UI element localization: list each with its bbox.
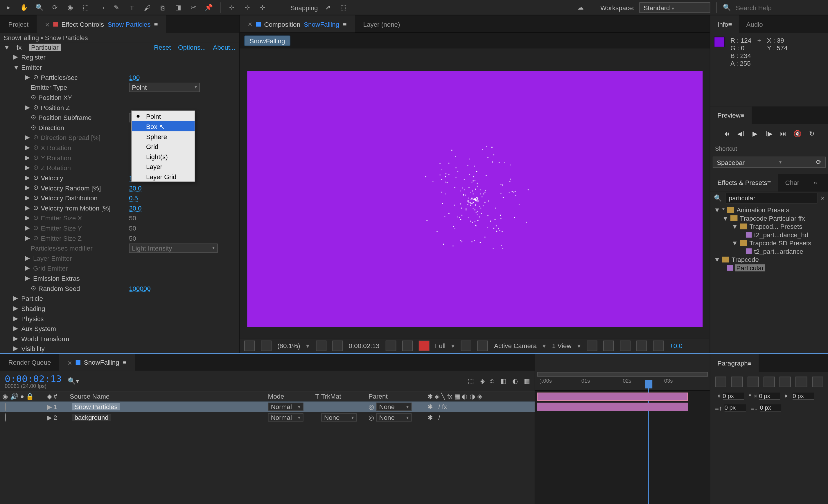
emitter-type-option-grid[interactable]: Grid [132, 141, 195, 152]
tab-paragraph[interactable]: Paragraph ≡ [710, 354, 759, 372]
stopwatch-icon[interactable]: ⊙ [33, 133, 38, 141]
next-frame-icon[interactable]: Ⅰ▶ [763, 128, 775, 140]
tab-preview[interactable]: Preview ≡ [710, 107, 752, 124]
fx-enable-icon[interactable]: fx [16, 44, 22, 51]
col-source-name[interactable]: Source Name [68, 393, 265, 400]
trkmat-dropdown[interactable]: None▾ [321, 413, 357, 422]
panel-menu-icon[interactable]: ≡ [741, 112, 744, 119]
zoom-tool-icon[interactable]: 🔍 [34, 2, 45, 13]
stopwatch-icon[interactable]: ⊙ [33, 144, 38, 151]
tab-composition[interactable]: × Composition SnowFalling ≡ [240, 15, 355, 33]
blend-mode-dropdown[interactable]: Normal▾ [268, 413, 303, 422]
justify-last-right-button[interactable] [796, 377, 807, 388]
panel-menu-icon[interactable]: ≡ [343, 20, 346, 27]
stopwatch-icon[interactable]: ⊙ [31, 114, 36, 121]
timeline-icon[interactable] [620, 341, 631, 351]
play-icon[interactable]: ▶ [749, 128, 761, 140]
visibility-toggle[interactable] [5, 413, 6, 422]
clone-tool-icon[interactable]: ⎘ [157, 2, 168, 13]
frame-blend-icon[interactable]: ◧ [500, 377, 506, 385]
current-time[interactable]: 0:00:02:13 [349, 343, 380, 349]
reset-button[interactable]: Reset [154, 44, 171, 51]
about-button[interactable]: About... [213, 44, 235, 51]
stopwatch-icon[interactable]: ⊙ [33, 103, 38, 111]
tab-project[interactable]: Project [0, 15, 37, 33]
always-preview-icon[interactable] [244, 341, 255, 351]
justify-all-button[interactable] [812, 377, 823, 388]
shortcut-dropdown[interactable]: Spacebar▾ ⟳ [713, 157, 826, 168]
emitter-type-dropdown[interactable]: Point▾ [129, 82, 200, 92]
tab-character[interactable]: Char [778, 174, 806, 192]
effects-search-input[interactable] [726, 193, 817, 204]
align-left-button[interactable] [715, 377, 727, 388]
comp-mini-flowchart-icon[interactable]: ⬚ [468, 377, 474, 385]
brush-tool-icon[interactable]: 🖌 [142, 2, 153, 13]
motion-blur-icon[interactable]: ◐ [512, 377, 518, 385]
mask-icon[interactable] [332, 341, 343, 351]
indent-right-input[interactable] [793, 392, 814, 400]
layer-row-1[interactable]: ▶ 1 Snow Particles Normal▾ ◎ None▾ ✱ / f… [0, 402, 535, 413]
switches-icons[interactable]: ✱ ◈ ╲ fx ▦ ◐ ◑ ◈ [427, 392, 482, 400]
blend-mode-dropdown[interactable]: Normal▾ [268, 403, 303, 411]
emitter-type-option-layer[interactable]: Layer [132, 161, 195, 172]
axis-local-icon[interactable]: ⊹ [226, 2, 237, 13]
tree-item[interactable]: ▼Trapcode SD Presets [710, 239, 828, 247]
camera-tool-icon[interactable]: ◉ [65, 2, 76, 13]
indent-first-input[interactable] [759, 392, 780, 400]
first-frame-icon[interactable]: ⏮ [720, 128, 733, 140]
work-area-bar[interactable] [537, 372, 708, 377]
hide-shy-icon[interactable]: ⎌ [490, 377, 494, 384]
pen-tool-icon[interactable]: ✎ [111, 2, 122, 13]
tab-layer[interactable]: Layer (none) [355, 15, 408, 33]
layer-switches[interactable]: ✱ / fx [427, 403, 447, 410]
emitter-type-option-layergrid[interactable]: Layer Grid [132, 172, 195, 182]
layer-bar-1[interactable] [537, 393, 688, 401]
close-icon[interactable]: × [68, 358, 72, 367]
tab-effect-controls[interactable]: × Effect Controls Snow Particles ≡ [37, 15, 166, 33]
tree-item[interactable]: ▼Trapcode Particular ffx [710, 214, 828, 222]
tab-info[interactable]: Info ≡ [710, 15, 739, 33]
mute-icon[interactable]: 🔇 [792, 128, 803, 140]
stopwatch-icon[interactable]: ⊙ [33, 184, 38, 191]
stopwatch-icon[interactable]: ⊙ [33, 74, 38, 81]
workspace-dropdown[interactable]: Standard ▾ [639, 2, 710, 13]
fast-previews-icon[interactable] [604, 341, 614, 351]
snapshot-icon[interactable] [385, 341, 396, 351]
layer-row-2[interactable]: ▶ 2 background Normal▾ None▾ ◎ None▾ ✱ / [0, 412, 535, 423]
twirl-icon[interactable]: ▼ [3, 44, 9, 51]
rotate-tool-icon[interactable]: ⟳ [50, 2, 60, 13]
pickwhip-icon[interactable]: ◎ [369, 404, 374, 411]
search-help-input[interactable] [736, 4, 824, 11]
last-frame-icon[interactable]: ⏭ [778, 128, 789, 140]
tab-timeline-comp[interactable]: × SnowFalling ≡ [59, 354, 135, 371]
parent-dropdown[interactable]: None▾ [376, 403, 412, 411]
draft-3d-icon[interactable]: ◈ [480, 377, 485, 385]
pixel-aspect-icon[interactable] [587, 341, 598, 351]
label-icon[interactable]: ◆ [47, 392, 52, 400]
lock-icon[interactable]: 🔒 [26, 392, 34, 400]
tree-item[interactable]: ▼*Animation Presets [710, 206, 828, 214]
show-channel-icon[interactable] [402, 341, 413, 351]
tree-item[interactable]: ▼Trapcode [710, 255, 828, 264]
align-center-button[interactable] [731, 377, 743, 388]
shape-tool-icon[interactable]: ▭ [96, 2, 107, 13]
options-button[interactable]: Options... [178, 44, 206, 51]
axis-world-icon[interactable]: ⊹ [242, 2, 253, 13]
emitter-type-option-sphere[interactable]: Sphere [132, 131, 195, 141]
panel-menu-icon[interactable]: ≡ [748, 360, 752, 367]
roto-tool-icon[interactable]: ✂ [188, 2, 199, 13]
justify-last-center-button[interactable] [780, 377, 791, 388]
particles-sec-value[interactable]: 100 [129, 74, 140, 81]
tree-item-particular[interactable]: Particular [710, 264, 828, 272]
space-after-input[interactable] [760, 405, 781, 412]
speaker-icon[interactable]: 🔊 [10, 392, 18, 400]
tab-effects-presets[interactable]: Effects & Presets ≡ [710, 174, 778, 192]
eye-icon[interactable]: ◉ [2, 392, 8, 400]
axis-view-icon[interactable]: ⊹ [257, 2, 268, 13]
panel-menu-icon[interactable]: ≡ [154, 20, 158, 28]
snapping-toggle-icon[interactable]: ⇗ [323, 2, 333, 13]
stopwatch-icon[interactable]: ⊙ [33, 154, 38, 161]
snap-options-icon[interactable]: ⬚ [338, 2, 349, 13]
stopwatch-icon[interactable]: ⊙ [33, 214, 38, 221]
stopwatch-icon[interactable]: ⊙ [31, 124, 36, 131]
